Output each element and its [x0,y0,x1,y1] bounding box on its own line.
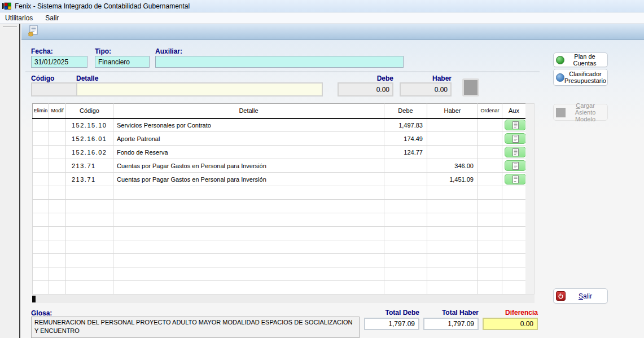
cell-codigo: 152.15.10 [66,118,113,132]
table-horizontal-scrollbar[interactable] [32,295,535,303]
document-note-icon [512,135,519,143]
table-row[interactable]: 152.16.02 Fondo de Reserva 124.77 [33,146,526,159]
entries-table: Elimin Modif Código Detalle Debe Haber O… [32,103,526,295]
cell-debe [384,173,427,186]
debe-label: Debe [338,74,393,82]
window-title: Fenix - Sistema Integrado de Contabilida… [15,2,190,10]
diferencia-label: Diferencia [483,309,538,317]
power-button-icon [556,291,566,301]
col-header-aux: Aux [502,104,526,118]
cell-codigo: 213.71 [66,159,113,173]
total-debe-label: Total Debe [364,309,419,317]
cell-debe: 124.77 [384,146,427,159]
cell-haber: 346.00 [427,159,478,173]
table-empty-row [33,281,526,295]
glosa-label: Glosa: [31,309,52,317]
cell-detalle: Servicios Personales por Contrato [113,118,384,132]
new-entry-button[interactable] [27,25,40,38]
table-empty-row [33,254,526,267]
col-header-modif: Modif [49,104,66,118]
debe-input[interactable] [338,82,393,96]
plan-de-cuentas-button[interactable]: Plan de Cuentas [553,52,608,67]
codigo-label: Código [31,74,54,82]
col-header-detalle: Detalle [113,104,384,118]
cell-detalle: Cuentas por Pagar Gastos en Personal par… [113,159,384,173]
table-vertical-scrollbar[interactable] [525,103,535,295]
cell-codigo: 152.16.01 [66,132,113,146]
detalle-input[interactable] [76,82,323,96]
cell-debe: 174.49 [384,132,427,146]
auxiliar-label: Auxiliar: [155,47,182,55]
document-note-icon [512,175,519,183]
window-logo-icon [2,2,11,10]
menu-salir[interactable]: Salir [45,14,59,22]
left-collapsed-panel[interactable] [0,24,20,338]
document-note-icon [512,148,519,156]
green-sphere-icon [556,56,564,64]
scrollbar-thumb[interactable] [32,296,36,302]
panel-grip-handle[interactable] [3,27,17,28]
salir-button[interactable]: Salir [553,288,608,304]
detalle-label: Detalle [76,74,98,82]
aux-button[interactable] [505,133,526,144]
fecha-input[interactable] [31,56,87,68]
form-separator [25,72,540,72]
table-empty-row [33,186,526,200]
col-header-haber: Haber [427,104,478,118]
blue-sphere-icon [556,73,564,82]
fecha-label: Fecha: [31,47,53,55]
cell-debe: 1,497.83 [384,118,427,132]
table-row[interactable]: 213.71 Cuentas por Pagar Gastos en Perso… [33,173,526,186]
total-haber-label: Total Haber [423,309,479,317]
auxiliar-input[interactable] [155,56,404,68]
table-empty-row [33,227,526,240]
diferencia-field [483,318,538,330]
col-header-codigo: Código [66,104,113,118]
menu-bar: Utilitarios Salir [0,12,644,24]
glosa-textarea[interactable]: REMUNERACION DEL PERSONAL PROYECTO ADULT… [31,317,360,338]
cell-haber [427,146,478,159]
cell-detalle: Fondo de Reserva [113,146,384,159]
col-header-debe: Debe [384,104,427,118]
total-haber-field [423,318,479,330]
cell-codigo: 152.16.02 [66,146,113,159]
document-note-icon [512,121,519,129]
title-bar: Fenix - Sistema Integrado de Contabilida… [0,0,644,12]
salir-label: Salir [566,293,605,300]
aux-button[interactable] [505,120,526,130]
table-empty-row [33,240,526,254]
add-entry-button[interactable] [462,78,479,96]
gray-square-icon [556,108,566,117]
toolbar [21,24,644,40]
col-header-elimin: Elimin [33,104,49,118]
table-empty-row [33,267,526,281]
menu-utilitarios[interactable]: Utilitarios [5,14,33,22]
table-header-row: Elimin Modif Código Detalle Debe Haber O… [33,104,526,118]
document-note-icon [512,162,519,170]
aux-button[interactable] [505,174,526,185]
clasificador-presupuestario-label: Clasificador Presupuestario [564,71,606,84]
table-empty-row [33,200,526,213]
total-debe-field [364,318,419,330]
cell-haber: 1,451.09 [427,173,478,186]
plan-de-cuentas-label: Plan de Cuentas [564,53,605,67]
clasificador-presupuestario-button[interactable]: Clasificador Presupuestario [553,69,608,86]
application-window: Fenix - Sistema Integrado de Contabilida… [0,0,644,338]
tipo-label: Tipo: [95,47,111,55]
cell-haber [427,118,478,132]
aux-button[interactable] [505,147,526,157]
cell-haber [427,132,478,146]
table-row[interactable]: 213.71 Cuentas por Pagar Gastos en Perso… [33,159,526,173]
cell-codigo: 213.71 [66,173,113,186]
aux-button[interactable] [505,160,526,171]
table-empty-row [33,213,526,227]
table-row[interactable]: 152.16.01 Aporte Patronal 174.49 [33,132,526,146]
journal-with-coins-icon [28,25,39,39]
tipo-input[interactable] [95,56,150,68]
haber-input[interactable] [400,82,452,96]
cell-debe [384,159,427,173]
cargar-asiento-modelo-button[interactable]: Cargar Asiento Modelo [553,104,608,121]
table-row[interactable]: 152.15.10 Servicios Personales por Contr… [33,118,526,132]
cell-detalle: Cuentas por Pagar Gastos en Personal par… [113,173,384,186]
cell-detalle: Aporte Patronal [113,132,384,146]
